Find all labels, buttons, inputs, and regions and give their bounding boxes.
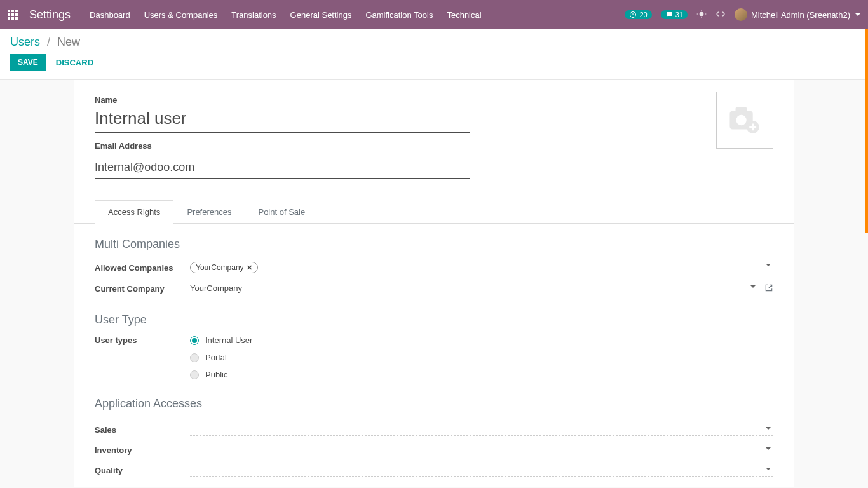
top-navbar: Settings Dashboard Users & Companies Tra… (0, 0, 868, 29)
radio-icon (190, 370, 199, 379)
svg-rect-3 (736, 107, 747, 112)
tab-preferences[interactable]: Preferences (173, 200, 245, 224)
form-sheet: Name Email Address Access Rights P (74, 80, 794, 487)
name-label: Name (95, 95, 470, 105)
app-row-quality: Quality (95, 460, 773, 480)
nav-technical[interactable]: Technical (447, 10, 481, 20)
user-type-title: User Type (95, 313, 773, 327)
app-row-inventory: Inventory (95, 440, 773, 460)
section-multi-companies: Multi Companies Allowed Companies YourCo… (74, 238, 794, 295)
discard-button[interactable]: DISCARD (56, 58, 93, 67)
app-row-sales: Sales (95, 419, 773, 440)
app-label: Manufacturing (95, 486, 190, 487)
allowed-companies-label: Allowed Companies (95, 263, 190, 273)
action-buttons: SAVE DISCARD (10, 54, 858, 71)
chevron-down-icon (855, 13, 860, 16)
messages-badge[interactable]: 31 (661, 10, 688, 19)
section-app-access: Application Accesses Sales Inventory Qua… (74, 397, 794, 487)
svg-point-1 (700, 11, 704, 16)
current-company-label: Current Company (95, 284, 190, 294)
chevron-down-icon (750, 285, 756, 288)
radio-portal[interactable]: Portal (190, 353, 773, 362)
debug-icon[interactable] (696, 9, 707, 21)
tab-point-of-sale[interactable]: Point of Sale (245, 200, 318, 224)
avatar-icon (735, 8, 747, 21)
save-button[interactable]: SAVE (10, 54, 46, 71)
radio-icon (190, 336, 199, 345)
breadcrumb-users[interactable]: Users (10, 36, 40, 48)
nav-menu: Dashboard Users & Companies Translations… (90, 10, 482, 20)
radio-label: Internal User (205, 336, 252, 345)
app-brand[interactable]: Settings (29, 8, 71, 22)
dev-tools-icon[interactable] (715, 9, 726, 21)
form-container: Name Email Address Access Rights P (0, 80, 868, 487)
section-user-type: User Type User types Internal User Porta… (74, 313, 794, 379)
multi-companies-title: Multi Companies (95, 238, 773, 251)
nav-general-settings[interactable]: General Settings (290, 10, 352, 20)
messages-count: 31 (675, 11, 683, 18)
app-select-sales[interactable] (190, 423, 773, 436)
company-tag[interactable]: YourCompany ✕ (190, 262, 258, 273)
app-select-manufacturing[interactable] (190, 484, 773, 487)
activity-count: 20 (639, 11, 647, 18)
name-input[interactable] (95, 106, 470, 133)
app-access-title: Application Accesses (95, 397, 773, 410)
nav-dashboard[interactable]: Dashboard (90, 10, 130, 20)
avatar-upload[interactable] (716, 92, 773, 149)
action-bar: Users / New SAVE DISCARD (0, 29, 868, 80)
app-select-inventory[interactable] (190, 444, 773, 456)
email-input[interactable] (95, 158, 470, 179)
scroll-indicator (865, 29, 868, 233)
nav-users-companies[interactable]: Users & Companies (144, 10, 218, 20)
radio-public[interactable]: Public (190, 370, 773, 379)
app-label: Sales (95, 425, 190, 435)
external-link-icon[interactable] (764, 283, 773, 294)
chevron-down-icon (766, 447, 771, 450)
chevron-down-icon (766, 427, 771, 430)
user-menu[interactable]: Mitchell Admin (Sreenath2) (735, 8, 860, 21)
user-types-label: User types (95, 336, 190, 345)
radio-internal-user[interactable]: Internal User (190, 336, 773, 345)
radio-label: Portal (205, 353, 227, 362)
nav-right: 20 31 Mitchell Admin (Sreenath2) (625, 8, 860, 21)
company-tag-text: YourCompany (196, 263, 244, 272)
radio-icon (190, 353, 199, 362)
app-row-manufacturing: Manufacturing (95, 480, 773, 487)
email-label: Email Address (95, 141, 470, 151)
app-label: Quality (95, 466, 190, 475)
svg-point-4 (736, 115, 746, 125)
tab-access-rights[interactable]: Access Rights (95, 200, 173, 224)
app-label: Inventory (95, 445, 190, 455)
title-block: Name Email Address (95, 95, 773, 179)
user-name: Mitchell Admin (Sreenath2) (751, 10, 850, 20)
breadcrumb-sep: / (47, 36, 50, 48)
tabs: Access Rights Preferences Point of Sale (74, 200, 794, 224)
nav-gamification[interactable]: Gamification Tools (365, 10, 433, 20)
allowed-companies-field[interactable]: YourCompany ✕ (190, 260, 773, 275)
activity-badge[interactable]: 20 (625, 10, 651, 19)
apps-icon[interactable] (8, 10, 18, 20)
current-company-value: YourCompany (190, 283, 758, 293)
chevron-down-icon (766, 264, 771, 266)
current-company-field[interactable]: YourCompany (190, 281, 758, 295)
tag-remove-icon[interactable]: ✕ (247, 264, 252, 272)
chevron-down-icon (766, 468, 771, 470)
user-type-radio-group: Internal User Portal Public (190, 336, 773, 379)
app-select-quality[interactable] (190, 464, 773, 477)
breadcrumb: Users / New (10, 36, 858, 49)
radio-label: Public (205, 370, 227, 379)
breadcrumb-current: New (57, 36, 80, 48)
nav-translations[interactable]: Translations (231, 10, 276, 20)
